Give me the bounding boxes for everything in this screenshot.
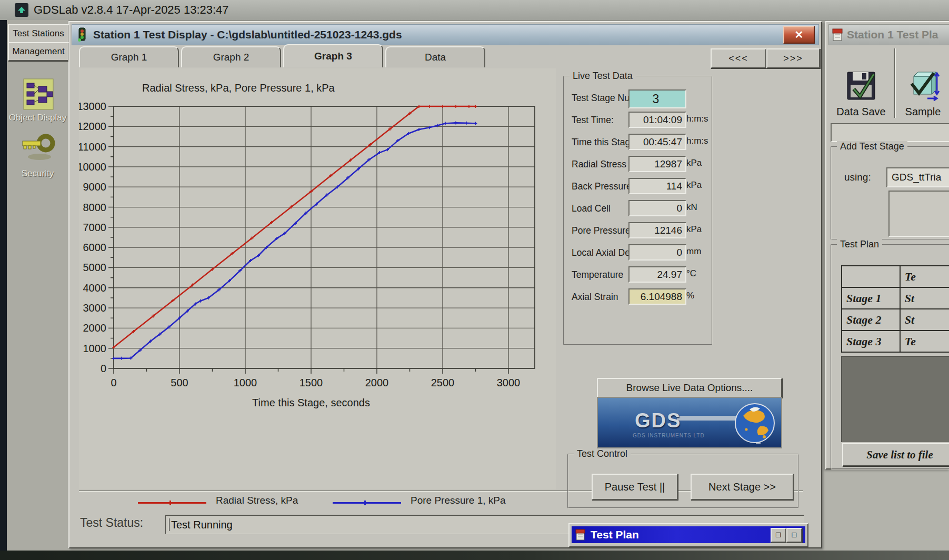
- stage-name-cell[interactable]: Stage 2: [842, 309, 900, 331]
- live-row-value: 6.104988: [628, 288, 686, 305]
- live-row-label: Axial Strain: [572, 292, 618, 303]
- maximize-button[interactable]: ☐: [786, 528, 802, 543]
- svg-text:1000: 1000: [234, 377, 257, 388]
- live-row-label: Radial Stress: [572, 159, 626, 170]
- live-row-label: Back Pressure: [572, 181, 632, 192]
- test-status-value: Test Running: [171, 519, 233, 531]
- svg-text:500: 500: [171, 377, 188, 388]
- scroll-tabs-left-button[interactable]: <<<: [711, 48, 766, 68]
- live-row-label: Load Cell: [572, 203, 611, 214]
- right-panel-title: Station 1 Test Pla: [847, 28, 938, 41]
- notebook-icon: [575, 528, 586, 541]
- tab-graph-3[interactable]: Graph 3: [283, 44, 383, 67]
- using-label: using:: [844, 172, 871, 183]
- traffic-light-icon: [75, 27, 89, 42]
- sidebar-tab-test-stations[interactable]: Test Stations: [8, 24, 69, 43]
- key-icon[interactable]: [22, 132, 55, 165]
- tab-data[interactable]: Data: [385, 46, 485, 67]
- legend-label-radial-stress: Radial Stress, kPa: [216, 495, 298, 506]
- save-list-to-file-button[interactable]: Save list to file: [842, 443, 949, 466]
- live-row-pore-pressure-1: Pore Pressure 112146kPa: [564, 222, 710, 243]
- text-caret: [169, 518, 169, 531]
- stage-type-cell[interactable]: Te: [900, 266, 949, 287]
- svg-text:3000: 3000: [497, 377, 521, 388]
- live-row-radial-stress: Radial Stress12987kPa: [564, 156, 710, 177]
- sample-button[interactable]: Sample: [896, 48, 949, 120]
- close-button[interactable]: ✕: [783, 26, 815, 44]
- svg-text:0: 0: [111, 377, 116, 388]
- svg-text:2000: 2000: [83, 322, 107, 334]
- tab-graph-1[interactable]: Graph 1: [79, 46, 179, 67]
- screen-left-edge: [0, 20, 7, 560]
- globe-icon: [734, 402, 776, 444]
- live-row-value: 12987: [628, 156, 686, 172]
- stage-name-cell[interactable]: [842, 266, 900, 287]
- live-row-value: 0: [628, 200, 686, 216]
- next-stage-button[interactable]: Next Stage >>: [691, 474, 794, 500]
- test-plan-empty-area: [841, 356, 949, 442]
- chart-panel: Radial Stress, kPa, Pore Pressure 1, kPa…: [79, 68, 556, 489]
- live-row-unit: %: [686, 291, 694, 301]
- browse-live-data-options-button[interactable]: Browse Live Data Options....: [597, 378, 782, 398]
- add-test-stage-title: Add Test Stage: [837, 141, 907, 152]
- test-plan-group: Test Plan TeStage 1StStage 2StStage 3Te …: [831, 244, 949, 469]
- sidebar: Test Stations Management Object Display: [7, 20, 68, 551]
- sidebar-item-object-display[interactable]: Object Display: [7, 113, 68, 123]
- gds-logo-text: GDS: [635, 409, 681, 432]
- screen-bottom-edge: [0, 551, 949, 560]
- scroll-tabs-right-button[interactable]: >>>: [766, 48, 820, 68]
- right-panel-titlebar[interactable]: Station 1 Test Pla: [828, 24, 949, 45]
- restore-button[interactable]: ❐: [771, 528, 786, 543]
- live-row-label: Test Time:: [572, 115, 614, 126]
- window-titlebar[interactable]: Station 1 Test Display - C:\gdslab\untit…: [72, 24, 819, 45]
- live-row-value: 24.97: [628, 266, 686, 283]
- data-save-label: Data Save: [836, 106, 885, 118]
- stage-name-cell[interactable]: Stage 1: [842, 287, 900, 309]
- live-row-unit: mm: [686, 246, 701, 257]
- app-title: GDSLab v2.8.4 17-Apr-2025 13:23:47: [34, 3, 229, 17]
- live-row-unit: kN: [686, 202, 697, 213]
- live-row-temperature: Temperature24.97°C: [564, 266, 710, 287]
- using-combo[interactable]: GDS_ttTria: [886, 167, 949, 187]
- svg-text:2500: 2500: [431, 377, 455, 388]
- live-row-unit: kPa: [686, 224, 702, 235]
- test-display-window: Station 1 Test Display - C:\gdslab\untit…: [68, 21, 822, 548]
- live-row-unit: kPa: [686, 158, 702, 168]
- live-row-value: 12146: [628, 222, 686, 238]
- test-plan-minimized-window[interactable]: Test Plan ❐ ☐: [568, 523, 808, 547]
- svg-text:3000: 3000: [83, 302, 107, 314]
- screen: GDSLab v2.8.4 17-Apr-2025 13:23:47 Test …: [0, 0, 949, 560]
- gds-banner: GDS GDS INSTRUMENTS LTD: [597, 397, 782, 448]
- object-display-icon[interactable]: [23, 78, 54, 113]
- live-row-time-this-stage: Time this Stage00:45:47h:m:s: [564, 134, 710, 155]
- tab-graph-2[interactable]: Graph 2: [181, 46, 281, 67]
- legend-swatch-pore-pressure: [333, 502, 401, 504]
- live-row-test-time: Test Time:01:04:09h:m:s: [564, 112, 710, 133]
- live-row-value: 3: [628, 89, 686, 108]
- stage-type-cell[interactable]: St: [900, 287, 949, 309]
- stage-preview-box: [888, 191, 949, 237]
- stage-type-cell[interactable]: Te: [900, 331, 949, 352]
- svg-text:4000: 4000: [83, 282, 107, 294]
- live-row-value: 0: [628, 244, 686, 261]
- tab-strip: Graph 1Graph 2Graph 3Data: [79, 46, 485, 67]
- sidebar-tab-management[interactable]: Management: [8, 42, 69, 61]
- test-status-label: Test Status:: [80, 516, 143, 530]
- svg-text:1500: 1500: [299, 377, 323, 388]
- live-row-value: 00:45:47: [628, 134, 686, 150]
- test-control-group: Test Control Pause Test || Next Stage >>: [567, 454, 799, 508]
- sidebar-item-security[interactable]: Security: [7, 168, 68, 179]
- window-title: Station 1 Test Display - C:\gdslab\untit…: [93, 28, 402, 41]
- svg-text:7000: 7000: [83, 222, 107, 233]
- svg-text:13000: 13000: [79, 101, 106, 112]
- test-plan-group-title: Test Plan: [837, 239, 882, 250]
- live-row-unit: h:m:s: [686, 136, 708, 146]
- data-save-button[interactable]: Data Save: [831, 48, 892, 120]
- stage-name-cell[interactable]: Stage 3: [842, 331, 900, 352]
- svg-text:6000: 6000: [83, 242, 107, 253]
- pause-test-button[interactable]: Pause Test ||: [592, 474, 678, 500]
- svg-text:8000: 8000: [83, 202, 107, 213]
- stage-type-cell[interactable]: St: [900, 309, 949, 331]
- station-test-plan-window: Station 1 Test Pla Data Save: [825, 21, 949, 469]
- gds-logo-subtext: GDS INSTRUMENTS LTD: [633, 433, 705, 438]
